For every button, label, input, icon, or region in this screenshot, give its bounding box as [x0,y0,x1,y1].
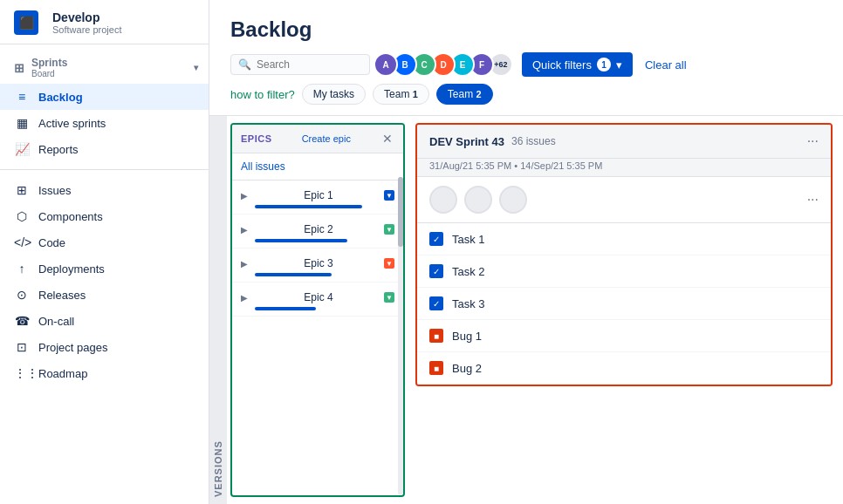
epic-name-4: Epic 4 [304,291,332,303]
avatar-group: A B C D E F +62 [379,52,513,77]
chip-my-tasks-label: My tasks [313,88,354,100]
task2-label: Task 2 [452,265,485,278]
sprint-item-bug1[interactable]: ■ Bug 1 [417,320,831,352]
sprint-more-button[interactable]: ··· [807,133,819,149]
sidebar-item-components[interactable]: ⬡ Components [0,203,209,229]
quick-filters-button[interactable]: Quick filters 1 ▾ [522,52,633,77]
sprint-item-bug2[interactable]: ■ Bug 2 [417,352,831,385]
sidebar-item-label-on-call: On-call [38,315,74,328]
svg-point-1 [468,189,489,210]
chip-team-1-badge: 1 [413,89,418,99]
expand-icon-1: ▶ [241,191,248,201]
project-icon: ⬛ [14,10,38,35]
active-sprints-icon: ▦ [14,116,30,130]
sidebar-item-label-releases: Releases [38,289,86,302]
epics-close-button[interactable]: ✕ [380,132,394,146]
filter-chip-team-2[interactable]: Team 2 [436,84,493,105]
epics-list: ▶ Epic 1 ▼ ▶ Epic 2 ▼ [232,180,403,495]
releases-icon: ⊙ [14,288,30,302]
components-icon: ⬡ [14,209,30,223]
epic-progress-3 [255,273,332,276]
content-area: VERSIONS EPICS Create epic ✕ All issues … [209,116,843,504]
svg-point-0 [433,189,454,210]
sidebar-item-code[interactable]: </> Code [0,229,209,255]
epic-item-1[interactable]: ▶ Epic 1 ▼ [232,180,403,215]
search-box[interactable]: 🔍 [230,54,370,75]
sprints-section: ⊞ Sprints Board ▾ ≡ Backlog ▦ Active spr… [0,44,209,169]
create-epic-button[interactable]: Create epic [302,133,351,144]
search-input[interactable] [257,58,362,71]
sprint-more-dots[interactable]: ··· [807,192,819,208]
sprints-group[interactable]: ⊞ Sprints Board ▾ [0,51,209,84]
sprint-avatars-row: ··· [417,177,831,223]
task3-label: Task 3 [452,297,485,310]
sidebar-item-active-sprints[interactable]: ▦ Active sprints [0,110,209,136]
page-title: Backlog [230,17,822,42]
sprint-dates: 31/Aug/21 5:35 PM • 14/Sep/21 5:35 PM [417,159,831,177]
sidebar-item-reports[interactable]: 📈 Reports [0,136,209,162]
sidebar-item-roadmap[interactable]: ⋮⋮ Roadmap [0,360,209,386]
expand-icon-3: ▶ [241,259,248,269]
bug2-label: Bug 2 [452,362,482,375]
all-issues-item[interactable]: All issues [232,153,403,180]
task3-checkbox: ✓ [429,296,443,310]
filter-chips: how to filter? My tasks Team 1 Team 2 [230,84,822,105]
chip-team-1-label: Team [384,88,409,100]
project-sub: Software project [52,24,121,35]
bug1-label: Bug 1 [452,330,482,343]
roadmap-icon: ⋮⋮ [14,366,30,380]
filter-chip-my-tasks[interactable]: My tasks [302,84,366,105]
sidebar-item-releases[interactable]: ⊙ Releases [0,282,209,308]
task1-label: Task 1 [452,233,485,246]
sprint-item-task2[interactable]: ✓ Task 2 [417,255,831,288]
main-content: Backlog 🔍 A B C D E F +62 Quick filters … [209,0,843,504]
sprint-name: DEV Sprint 43 [429,135,504,148]
sidebar-item-deployments[interactable]: ↑ Deployments [0,255,209,282]
sprint-item-task3[interactable]: ✓ Task 3 [417,288,831,320]
epic-progress-1 [255,205,362,208]
sprint-panel: DEV Sprint 43 36 issues ··· 31/Aug/21 5:… [405,116,843,504]
backlog-icon: ≡ [14,90,30,104]
project-pages-icon: ⊡ [14,340,30,354]
expand-icon-4: ▶ [241,293,248,303]
sidebar-item-label-components: Components [38,210,103,223]
search-icon: 🔍 [238,58,251,71]
epic-name-1: Epic 1 [304,189,332,201]
epic-item-3[interactable]: ▶ Epic 3 ▼ [232,249,403,283]
avatar-1[interactable]: A [374,52,398,77]
sidebar-item-on-call[interactable]: ☎ On-call [0,308,209,334]
epics-scrollbar[interactable] [398,177,403,495]
epic-name-3: Epic 3 [304,257,332,269]
sprint-header: DEV Sprint 43 36 issues ··· [417,125,831,159]
sidebar-item-label-deployments: Deployments [38,262,105,276]
sprint-avatar-2 [464,186,492,214]
epic-item-4[interactable]: ▶ Epic 4 ▼ [232,283,403,317]
header: Backlog 🔍 A B C D E F +62 Quick filters … [209,0,843,116]
sidebar-item-issues[interactable]: ⊞ Issues [0,177,209,203]
epic-color-4: ▼ [384,292,394,303]
chip-team-2-label: Team [448,88,473,100]
deployments-icon: ↑ [14,262,30,276]
sprint-item-task1[interactable]: ✓ Task 1 [417,223,831,255]
sidebar-item-project-pages[interactable]: ⊡ Project pages [0,334,209,360]
code-icon: </> [14,235,30,249]
epic-name-2: Epic 2 [304,223,332,235]
epics-title: EPICS [241,133,272,144]
sidebar-item-label-issues: Issues [38,184,72,197]
clear-all-button[interactable]: Clear all [641,55,690,75]
sidebar-item-label-code: Code [38,236,65,249]
toolbar: 🔍 A B C D E F +62 Quick filters 1 ▾ Clea… [230,52,822,77]
versions-label[interactable]: VERSIONS [209,116,227,504]
epic-progress-4 [255,307,316,310]
task2-checkbox: ✓ [429,264,443,278]
sidebar-item-label-reports: Reports [38,143,79,156]
filter-chip-team-1[interactable]: Team 1 [373,84,429,105]
sprint-avatar-3 [499,186,527,214]
epic-item-2[interactable]: ▶ Epic 2 ▼ [232,215,403,249]
sidebar-item-backlog[interactable]: ≡ Backlog [0,84,209,110]
sidebar: ⬛ Develop Software project ⊞ Sprints Boa… [0,0,209,504]
expand-icon-2: ▶ [241,225,248,235]
chevron-icon: ▾ [194,63,198,72]
quick-filters-chevron: ▾ [616,58,622,72]
versions-text: VERSIONS [213,440,223,497]
